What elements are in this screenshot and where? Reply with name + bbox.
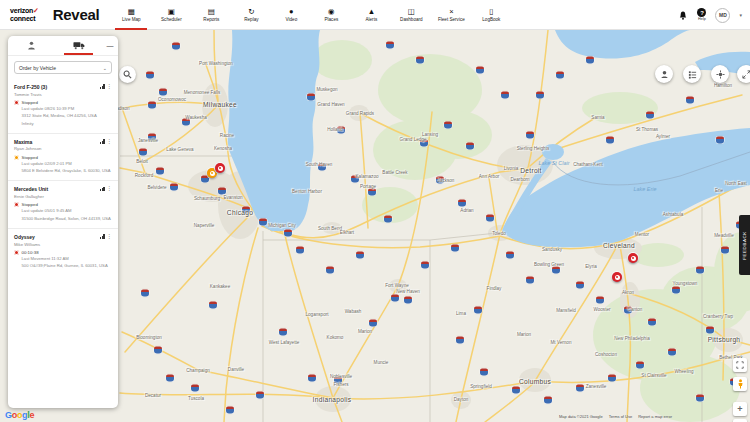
nav-item-label: Video — [286, 17, 298, 22]
nav-item-logbook[interactable]: ▯LogBook — [471, 0, 511, 30]
vehicle-detail-line-1: Last update 02/09 2:01 PM — [22, 161, 114, 167]
nav-item-label: Replay — [244, 17, 258, 22]
nav-item-fleet-service[interactable]: ×Fleet Service — [431, 0, 471, 30]
interstate-shield-icon — [166, 375, 174, 382]
account-menu-caret[interactable]: ▾ — [739, 12, 742, 18]
interstate-shield-icon — [384, 216, 392, 223]
nav-item-replay[interactable]: ↻Replay — [231, 0, 271, 30]
card-menu-icon[interactable]: ⋮ — [107, 186, 113, 191]
map-legend-button[interactable] — [683, 65, 701, 83]
vehicle-list: Ford F-250 (3)⋮Tommie TravisStoppedLast … — [8, 79, 118, 408]
interstate-shield-icon — [386, 42, 394, 49]
vehicle-marker-odyssey[interactable] — [215, 163, 225, 173]
status-text: Stopped — [22, 155, 38, 160]
card-menu-icon[interactable]: ⋮ — [107, 234, 113, 239]
terms-link[interactable]: Terms of Use — [609, 414, 633, 419]
city-label: South Bend — [318, 226, 342, 231]
nav-item-label: Alerts — [365, 17, 377, 22]
nav-item-scheduler[interactable]: ▣Scheduler — [151, 0, 191, 30]
zoom-in-button[interactable]: + — [733, 402, 747, 416]
user-avatar[interactable]: MD — [715, 8, 730, 23]
report-error-link[interactable]: Report a map error — [638, 414, 672, 419]
interstate-shield-icon — [501, 92, 509, 99]
interstate-shield-icon — [139, 149, 147, 156]
nav-item-reports[interactable]: ▤Reports — [191, 0, 231, 30]
vehicle-card-icons: ⋮ — [100, 234, 112, 239]
nav-item-label: Places — [324, 17, 338, 22]
street-view-pegman-button[interactable] — [733, 377, 747, 391]
interstate-shield-icon — [182, 119, 190, 126]
nav-item-live-map[interactable]: ▦Live Map — [111, 0, 151, 30]
interstate-shield-icon — [466, 143, 474, 150]
replay-icon: ↻ — [248, 8, 254, 16]
vehicle-card-icons: ⋮ — [100, 139, 112, 144]
interstate-shield-icon — [416, 57, 424, 64]
map-fullscreen-button[interactable] — [733, 358, 747, 372]
interstate-shield-icon — [259, 219, 267, 226]
city-label: Evanston — [223, 195, 242, 200]
product-name: Reveal — [53, 6, 100, 23]
city-label: North East — [725, 181, 747, 186]
vehicle-card[interactable]: Maxima⋮Ryan JohnsonStoppedLast update 02… — [8, 133, 118, 181]
city-label: Battle Creek — [382, 170, 407, 175]
city-label: Grand Rapids — [346, 111, 374, 116]
vehicle-list-panel: — Order by Vehicle ⌄ Ford F-250 (3)⋮Tomm… — [8, 36, 118, 408]
nav-item-video[interactable]: ●Video — [271, 0, 311, 30]
city-label: Decatur — [145, 393, 161, 398]
help-button[interactable]: ? Help — [697, 8, 706, 22]
interstate-shield-icon — [576, 385, 584, 392]
signal-bars-icon — [100, 186, 104, 191]
tab-vehicles[interactable] — [55, 36, 102, 55]
card-menu-icon[interactable]: ⋮ — [107, 84, 113, 89]
city-label: Elkhart — [340, 230, 354, 235]
nav-item-places[interactable]: ◉Places — [311, 0, 351, 30]
interstate-shield-icon — [526, 132, 534, 139]
interstate-shield-icon — [636, 362, 644, 369]
vehicle-card-icons: ⋮ — [100, 84, 112, 89]
map-expand-button[interactable] — [737, 65, 750, 83]
attribution-text: Map data ©2021 Google — [559, 414, 603, 419]
interstate-shield-icon — [284, 230, 292, 237]
vehicle-card[interactable]: Odyssey⋮Mike Williams00:10:38Last Moveme… — [8, 228, 118, 276]
google-logo: Google — [5, 410, 34, 420]
vehicle-marker-mercedes-unit[interactable] — [628, 253, 638, 263]
nav-item-label: Fleet Service — [438, 17, 465, 22]
vehicle-status-row: Stopped — [14, 155, 112, 160]
vehicle-card[interactable]: Ford F-250 (3)⋮Tommie TravisStoppedLast … — [8, 79, 118, 133]
vehicle-card-header: Ford F-250 (3)⋮ — [14, 84, 112, 90]
city-label: Cranberry Twp — [703, 314, 733, 319]
panel-minimize-button[interactable]: — — [102, 42, 118, 49]
marker-inner — [631, 256, 636, 261]
order-by-dropdown[interactable]: Order by Vehicle ⌄ — [14, 61, 112, 74]
city-label: Muskegon — [316, 87, 337, 92]
card-menu-icon[interactable]: ⋮ — [107, 139, 113, 144]
vehicle-detail-line-1: Last Movement 11:32 AM — [22, 256, 114, 262]
city-label: Indianapolis — [313, 396, 352, 403]
interstate-shield-icon — [586, 57, 594, 64]
city-label: Waukesha — [185, 115, 207, 120]
brand: verizon✓ connect Reveal — [0, 6, 99, 23]
interstate-shield-icon — [544, 397, 552, 404]
map-traffic-button[interactable] — [711, 65, 729, 83]
list-tabs: — — [8, 36, 118, 56]
city-label: Benton Harbor — [292, 189, 322, 194]
interstate-shield-icon — [209, 302, 217, 309]
vehicle-detail-line-2: 3312 State Rd, Medina, OH 44256, USA — [22, 113, 114, 119]
nav-item-dashboard[interactable]: ◫Dashboard — [391, 0, 431, 30]
status-icon — [14, 100, 19, 105]
map-drivers-button[interactable] — [655, 65, 673, 83]
vehicle-marker-ford-f-250[interactable] — [612, 272, 622, 282]
interstate-shield-icon — [156, 168, 164, 175]
feedback-tab[interactable]: FEEDBACK — [739, 215, 750, 275]
nav-item-alerts[interactable]: ▲Alerts — [351, 0, 391, 30]
city-label: Noblesville — [330, 374, 352, 379]
map-search-button[interactable] — [119, 66, 136, 83]
tab-drivers[interactable] — [8, 36, 55, 55]
top-nav-bar: verizon✓ connect Reveal ▦Live Map▣Schedu… — [0, 0, 750, 30]
vehicle-card[interactable]: Mercedes Unit⋮Ernie GallagherStoppedLast… — [8, 180, 118, 228]
notifications-bell-icon[interactable] — [678, 10, 688, 21]
city-label: Bloomington — [136, 335, 162, 340]
interstate-shield-icon — [696, 267, 704, 274]
city-label: Champaign — [186, 368, 210, 373]
city-label: Akron — [622, 290, 634, 295]
